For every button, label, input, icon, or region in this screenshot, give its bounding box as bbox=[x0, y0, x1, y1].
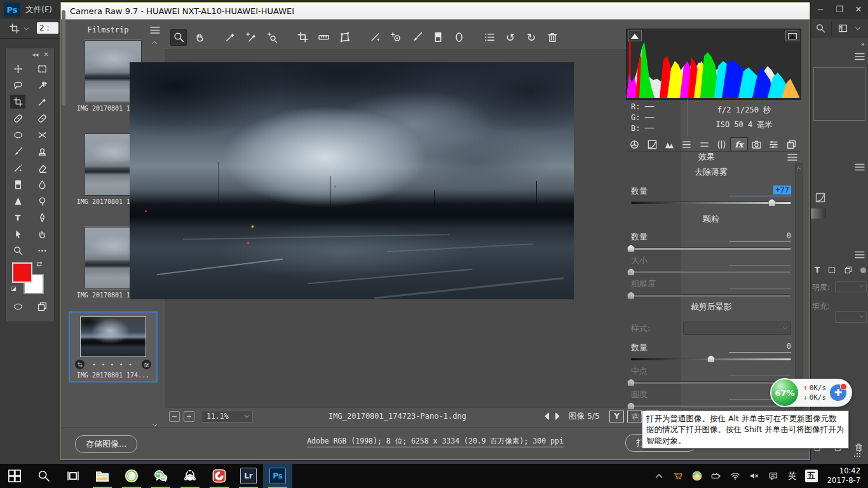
taskbar-clock[interactable]: 10:42 2017-8-7 bbox=[821, 466, 868, 485]
action-center-icon[interactable] bbox=[764, 464, 783, 488]
scrollbar-thumb[interactable] bbox=[62, 10, 65, 105]
brush-tool[interactable] bbox=[10, 144, 25, 158]
start-button[interactable] bbox=[0, 464, 29, 488]
mixer-brush-tool[interactable] bbox=[10, 161, 25, 175]
luminosity-dropdown[interactable] bbox=[835, 281, 867, 292]
workflow-options-link[interactable]: Adobe RGB (1998); 8 位; 6258 x 3334 (20.9… bbox=[307, 437, 564, 447]
clone-stamp-tool[interactable] bbox=[34, 144, 50, 158]
crop-tool[interactable] bbox=[10, 95, 25, 109]
edit-toolbar-icon[interactable] bbox=[34, 243, 50, 257]
tray-expand-icon[interactable] bbox=[649, 464, 668, 488]
rotate-left-button[interactable]: ↺ bbox=[502, 29, 519, 46]
hand-tool[interactable] bbox=[191, 29, 208, 46]
fill-dropdown[interactable] bbox=[835, 311, 867, 323]
spot-removal-tool[interactable] bbox=[367, 29, 383, 46]
workspace-icon[interactable] bbox=[837, 23, 848, 34]
tab-lens-corrections[interactable] bbox=[713, 137, 730, 151]
memory-ball[interactable]: 67% bbox=[770, 378, 799, 407]
search-icon[interactable] bbox=[815, 23, 826, 34]
wechat-button[interactable] bbox=[146, 464, 175, 488]
filter-shape-icon[interactable] bbox=[827, 266, 836, 274]
screen-mode-button[interactable] bbox=[34, 299, 50, 313]
grid-icon[interactable] bbox=[815, 192, 826, 203]
content-move-tool[interactable] bbox=[34, 128, 50, 142]
zoom-tool[interactable] bbox=[170, 29, 187, 46]
eyedropper-tool[interactable] bbox=[34, 95, 50, 109]
vignette-amount-slider[interactable] bbox=[631, 355, 791, 363]
previous-image-button[interactable] bbox=[542, 411, 552, 421]
taskbar-search-button[interactable] bbox=[29, 464, 58, 488]
minimize-button[interactable]: ─ bbox=[811, 0, 830, 18]
close-button[interactable]: ✕ bbox=[849, 0, 868, 18]
lasso-tool[interactable] bbox=[10, 78, 25, 92]
swap-colors-icon[interactable]: ⇄ bbox=[36, 260, 42, 268]
tab-presets[interactable] bbox=[765, 137, 782, 151]
panel-menu-icon[interactable] bbox=[855, 52, 865, 61]
panel-menu-icon[interactable] bbox=[787, 153, 797, 161]
tab-snapshots[interactable] bbox=[783, 137, 800, 151]
dehaze-amount-value[interactable]: +77 bbox=[729, 186, 791, 196]
lightroom-button[interactable]: Lr bbox=[234, 464, 263, 488]
straighten-tool[interactable] bbox=[315, 29, 332, 46]
pen-tool[interactable] bbox=[34, 210, 50, 224]
dialog-titlebar[interactable]: Camera Raw 9.7 - HUAWEI NXT-AL10-HUAWEI-… bbox=[61, 3, 810, 20]
zoom-level-select[interactable]: 11.1% bbox=[201, 410, 253, 423]
chevron-down-icon[interactable] bbox=[23, 25, 30, 32]
speed-overlay[interactable]: 67% ↑0K/s ↓0K/s ✚ bbox=[771, 379, 852, 407]
filter-type-icon[interactable]: T bbox=[815, 266, 820, 274]
browser-360-button[interactable] bbox=[117, 464, 146, 488]
filmstrip-scroll-up-icon[interactable] bbox=[151, 39, 159, 46]
patch-tool[interactable] bbox=[10, 128, 25, 142]
rotate-right-button[interactable]: ↻ bbox=[523, 29, 539, 46]
netease-music-button[interactable] bbox=[205, 464, 234, 488]
save-image-button[interactable]: 存储图像... bbox=[75, 435, 137, 453]
grain-amount-value[interactable]: 0 bbox=[729, 231, 791, 242]
tab-effects[interactable]: fx bbox=[730, 137, 747, 151]
task-view-button[interactable] bbox=[58, 464, 88, 488]
move-tool[interactable] bbox=[10, 62, 25, 76]
qq-button[interactable] bbox=[175, 464, 205, 488]
default-colors-icon[interactable]: ◪ bbox=[11, 285, 17, 292]
healing-brush-tool[interactable] bbox=[34, 111, 50, 125]
zoom-out-button[interactable] bbox=[169, 411, 180, 422]
battery-icon[interactable] bbox=[707, 464, 726, 488]
shadow-clipping-icon[interactable] bbox=[628, 30, 642, 41]
hand-tool[interactable] bbox=[34, 227, 50, 241]
sharpen-tool[interactable] bbox=[10, 194, 25, 208]
adjustment-brush-tool[interactable] bbox=[409, 29, 425, 46]
shopping-cart-tray-icon[interactable] bbox=[668, 464, 688, 488]
wubi-ime-icon[interactable]: 五 bbox=[802, 464, 821, 488]
vignette-amount-value[interactable]: 0 bbox=[729, 342, 791, 353]
magic-wand-tool[interactable] bbox=[34, 78, 50, 92]
dehaze-amount-slider[interactable] bbox=[631, 199, 791, 207]
panel-menu-icon[interactable] bbox=[855, 250, 865, 259]
crop-tool[interactable] bbox=[294, 29, 311, 46]
panel-menu-icon[interactable] bbox=[855, 163, 865, 172]
dodge-tool[interactable] bbox=[34, 194, 50, 208]
marquee-tool[interactable] bbox=[34, 62, 50, 76]
transform-tool[interactable] bbox=[336, 29, 353, 46]
tab-detail[interactable] bbox=[661, 137, 678, 151]
chevron-down-icon[interactable] bbox=[854, 25, 862, 32]
path-select-tool[interactable] bbox=[10, 227, 25, 241]
crop-ratio-field[interactable]: 2 : bbox=[37, 22, 58, 34]
thumbnail-image[interactable] bbox=[80, 316, 146, 357]
filmstrip-item-selected[interactable]: • • • • • IMG_20170801_174... bbox=[69, 311, 158, 383]
type-tool[interactable]: T bbox=[10, 210, 25, 224]
effects-scrollbar[interactable] bbox=[795, 163, 803, 411]
tab-split-toning[interactable] bbox=[696, 137, 713, 151]
volume-muted-icon[interactable] bbox=[745, 464, 764, 488]
radial-filter-tool[interactable] bbox=[451, 29, 467, 46]
rating-dots[interactable]: • • • • • bbox=[93, 362, 134, 368]
wifi-icon[interactable] bbox=[726, 464, 745, 488]
targeted-adjustment-tool[interactable] bbox=[264, 29, 280, 46]
color-sampler-tool[interactable] bbox=[243, 29, 259, 46]
histogram[interactable] bbox=[626, 29, 801, 100]
quick-mask-button[interactable] bbox=[10, 299, 25, 313]
filter-smart-icon[interactable] bbox=[844, 266, 853, 274]
spot-healing-tool[interactable] bbox=[10, 111, 25, 125]
tab-hsl[interactable] bbox=[678, 137, 695, 151]
gradient-thumb[interactable] bbox=[810, 208, 826, 219]
blur-tool[interactable] bbox=[34, 177, 50, 191]
ime-language-indicator[interactable]: 英 bbox=[783, 464, 802, 488]
